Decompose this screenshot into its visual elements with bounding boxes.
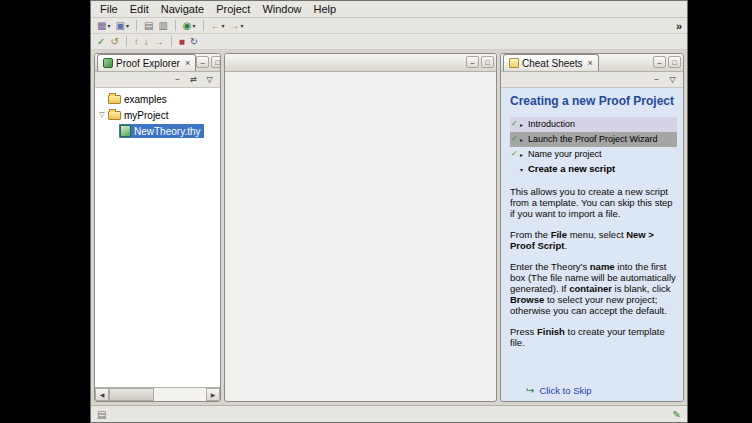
menu-project[interactable]: Project (210, 2, 256, 16)
stop-button[interactable]: ■ (177, 35, 187, 49)
step-label: Name your project (528, 149, 676, 159)
save-icon: ▣ (115, 21, 124, 31)
step-label: Create a new script (528, 164, 676, 174)
tree-item-inner: examples (107, 93, 170, 106)
new-wizard-button[interactable]: ▩▾ (95, 19, 112, 33)
minimize-icon[interactable]: – (196, 56, 209, 68)
print-button[interactable]: ▥ (156, 19, 169, 33)
save-all-button[interactable]: ▤ (142, 19, 155, 33)
cheat-sheets-view: Cheat Sheets × – □ −▽ Creating a new Pro… (500, 53, 684, 402)
back-icon: ← (211, 21, 221, 31)
tab-label: Cheat Sheets (522, 58, 583, 69)
step-name-your-project[interactable]: ✓▸Name your project (510, 147, 677, 162)
view-menu-button[interactable]: ▽ (666, 73, 679, 86)
tree-item-label: myProject (124, 110, 168, 121)
main-toolbar-items: ▩▾▣▾▤▥◉▾←▾→▾ (95, 19, 246, 33)
menu-help[interactable]: Help (308, 2, 343, 16)
arrow-icon: ▸ (520, 119, 528, 130)
cheat-sheet-content: Creating a new Proof Project ✓▸Introduct… (501, 88, 683, 401)
step-back-icon: ↑ (134, 37, 139, 47)
minimize-icon[interactable]: – (466, 56, 479, 68)
scroll-right-icon[interactable]: ▶ (206, 388, 220, 401)
step-forward-button[interactable]: ↓ (142, 35, 151, 49)
link-editor-button[interactable]: ⇄ (187, 73, 200, 86)
toolbar-separator (126, 36, 127, 47)
collapse-all-button[interactable]: − (171, 73, 184, 86)
editor-body[interactable] (225, 72, 496, 401)
toolbar-overflow-chevron[interactable]: » (676, 20, 683, 32)
tree-item-label: NewTheory.thy (134, 126, 201, 137)
toolbar-separator (175, 20, 176, 31)
stop-icon: ■ (179, 37, 185, 47)
step-back-button[interactable]: ↑ (132, 35, 141, 49)
toolbar-separator (171, 36, 172, 47)
goto-button[interactable]: → (152, 35, 166, 49)
back-button[interactable]: ←▾ (209, 19, 227, 33)
horizontal-scrollbar[interactable]: ◀ ▶ (95, 387, 220, 401)
minimize-icon[interactable]: – (653, 56, 666, 68)
tree-item-examples[interactable]: examples (95, 91, 220, 107)
tree-item-label: examples (124, 94, 167, 105)
eclipse-window: FileEditNavigateProjectWindowHelp ▩▾▣▾▤▥… (90, 0, 688, 423)
scroll-left-icon[interactable]: ◀ (95, 388, 109, 401)
folder-icon (108, 111, 121, 120)
close-icon[interactable]: × (588, 58, 593, 68)
view-header-buttons: – □ (653, 56, 681, 68)
run-icon: ◉ (183, 21, 192, 31)
menu-file[interactable]: File (94, 2, 124, 16)
undo-step-button[interactable]: ↺ (108, 35, 120, 49)
check-step-icon: ✓ (97, 37, 105, 47)
proof-explorer-view: Proof Explorer × – □ −⇄▽ examples▽myProj… (94, 53, 221, 402)
check-icon: ✓ (511, 149, 520, 159)
project-tree: examples▽myProjectNewTheory.thy (95, 88, 220, 387)
step-create-a-new-script[interactable]: ▾Create a new script (510, 162, 677, 177)
forward-icon: → (230, 21, 240, 31)
check-icon: ✓ (511, 119, 520, 129)
restart-icon: ↻ (190, 37, 198, 47)
cheat-sheet-body: This allows you to create a new script f… (510, 186, 677, 358)
tree-item-myproject[interactable]: ▽myProject (95, 107, 220, 123)
expander-icon[interactable]: ▽ (97, 111, 107, 119)
menu-navigate[interactable]: Navigate (155, 2, 210, 16)
tree-item-inner: myProject (107, 109, 171, 122)
goto-icon: → (154, 37, 164, 47)
save-button[interactable]: ▣▾ (113, 19, 130, 33)
check-icon: ✓ (511, 134, 520, 144)
dropdown-arrow-icon: ▾ (107, 22, 110, 29)
step-introduction[interactable]: ✓▸Introduction (510, 117, 677, 132)
cheat-sheet-steps: ✓▸Introduction✓▸Launch the Proof Project… (510, 117, 677, 177)
tab-cheat-sheets[interactable]: Cheat Sheets × (503, 54, 599, 71)
toolbar-separator (203, 20, 204, 31)
status-pencil-icon: ✎ (673, 409, 681, 420)
cheat-sheets-toolbar: −▽ (501, 72, 683, 88)
restart-button[interactable]: ↻ (188, 35, 200, 49)
editor-area: – □ (224, 53, 497, 402)
proof-explorer-icon (103, 58, 113, 68)
close-icon[interactable]: × (185, 58, 190, 68)
menu-window[interactable]: Window (256, 2, 307, 16)
main-toolbar: ▩▾▣▾▤▥◉▾←▾→▾ » (91, 18, 687, 34)
maximize-icon[interactable]: □ (211, 56, 221, 68)
view-menu-button[interactable]: ▽ (203, 73, 216, 86)
editor-header: – □ (225, 54, 496, 72)
run-button[interactable]: ◉▾ (181, 19, 198, 33)
new-wizard-icon: ▩ (97, 21, 106, 31)
proof-explorer-toolbar: −⇄▽ (95, 72, 220, 88)
maximize-icon[interactable]: □ (481, 56, 494, 68)
forward-button[interactable]: →▾ (228, 19, 246, 33)
maximize-icon[interactable]: □ (668, 56, 681, 68)
step-label: Launch the Proof Project Wizard (528, 134, 676, 144)
tab-proof-explorer[interactable]: Proof Explorer × (97, 54, 196, 71)
arrow-icon: ▸ (520, 134, 528, 145)
check-step-button[interactable]: ✓ (95, 35, 107, 49)
collapse-all-button[interactable]: − (650, 73, 663, 86)
undo-step-icon: ↺ (110, 37, 118, 47)
menu-edit[interactable]: Edit (124, 2, 155, 16)
print-icon: ▥ (158, 21, 167, 31)
tree-item-newtheory-thy[interactable]: NewTheory.thy (95, 123, 220, 139)
skip-link[interactable]: ↪ Click to Skip (510, 385, 677, 396)
scrollbar-thumb[interactable] (109, 388, 154, 401)
step-launch-the-proof-project-wizard[interactable]: ✓▸Launch the Proof Project Wizard (510, 132, 677, 147)
scrollbar-track[interactable] (109, 388, 206, 401)
workbench-area: Proof Explorer × – □ −⇄▽ examples▽myProj… (91, 50, 687, 405)
